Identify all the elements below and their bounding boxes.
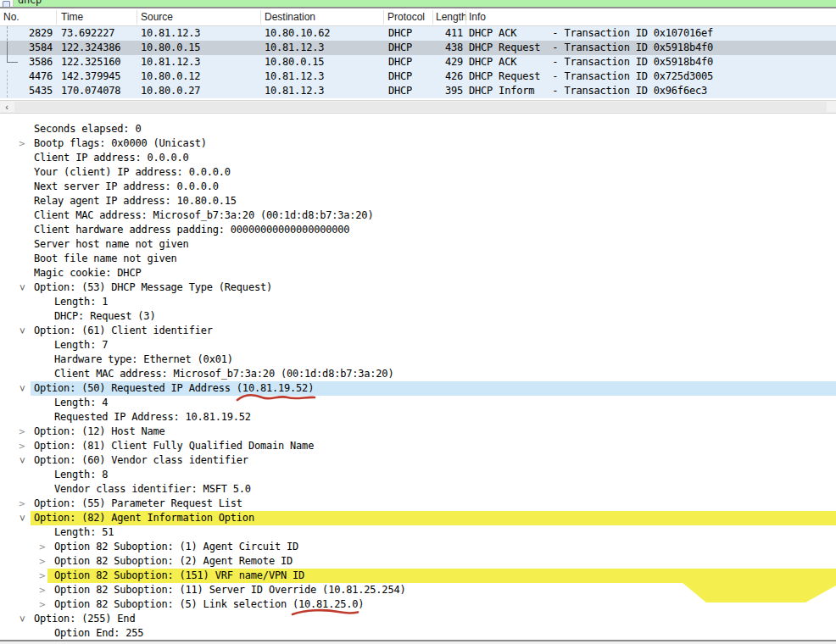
chevron-down-icon[interactable]: > (15, 326, 30, 336)
detail-row[interactable]: Client hardware address padding: 0000000… (0, 223, 836, 237)
detail-row[interactable]: Vendor class identifier: MSFT 5.0 (0, 482, 836, 497)
horizontal-scrollbar[interactable]: ‹ (0, 100, 836, 114)
detail-row-text: Option End: 255 (54, 626, 143, 640)
chevron-down-icon[interactable]: > (15, 456, 30, 466)
detail-row-text: Option 82 Suboption: (5) Link selection … (54, 597, 364, 612)
column-header-info[interactable]: Info (469, 8, 486, 25)
detail-row[interactable]: >Option: (50) Requested IP Address (10.8… (0, 381, 836, 396)
chevron-right-icon[interactable]: > (17, 425, 27, 439)
detail-row[interactable]: >Option: (12) Host Name (0, 425, 836, 439)
chevron-right-icon[interactable]: > (17, 136, 27, 151)
chevron-down-icon[interactable]: > (15, 614, 30, 625)
packet-cell-time: 122.325160 (61, 55, 137, 69)
packet-cell-no: 3586 (0, 55, 53, 69)
detail-row[interactable]: >Option 82 Suboption: (11) Server ID Ove… (0, 583, 836, 597)
packet-cell-source: 10.80.0.15 (141, 41, 259, 55)
detail-row-text: Length: 7 (54, 338, 108, 353)
packet-cell-no: 2829 (0, 26, 53, 41)
detail-row[interactable]: Client MAC address: Microsof_b7:3a:20 (0… (0, 208, 836, 223)
chevron-right-icon[interactable]: > (37, 569, 47, 583)
detail-row[interactable]: >Option: (60) Vendor class identifier (0, 453, 836, 468)
detail-row[interactable]: Your (client) IP address: 0.0.0.0 (0, 165, 836, 180)
detail-row[interactable]: >Option: (55) Parameter Request List (0, 497, 836, 511)
packet-row[interactable]: 3584122.32438610.80.0.1510.81.12.3DHCP43… (0, 41, 836, 55)
column-header-protocol[interactable]: Protocol (387, 8, 425, 25)
detail-row-text: Option: (53) DHCP Message Type (Request) (34, 280, 272, 295)
packet-cell-source: 10.80.0.27 (141, 84, 259, 98)
column-header-source[interactable]: Source (141, 8, 173, 25)
detail-row-text: Option 82 Suboption: (2) Agent Remote ID (54, 554, 293, 569)
packet-cell-length: 438 (431, 41, 463, 55)
detail-row[interactable]: >Option: (82) Agent Information Option (0, 511, 836, 525)
detail-row[interactable]: Hardware type: Ethernet (0x01) (0, 353, 836, 367)
detail-row[interactable]: Magic cookie: DHCP (0, 266, 836, 280)
packet-cell-info: DHCP ACK - Transaction ID 0x107016ef (469, 26, 836, 41)
chevron-right-icon[interactable]: > (17, 497, 27, 511)
column-header-length[interactable]: Length (436, 8, 467, 25)
column-separator (260, 10, 261, 25)
packet-cell-destination: 10.80.0.15 (265, 55, 383, 69)
detail-row-text: Relay agent IP address: 10.80.0.15 (34, 194, 237, 208)
detail-row-text: Option: (50) Requested IP Address (10.81… (34, 381, 314, 396)
detail-row[interactable]: >Option 82 Suboption: (5) Link selection… (0, 597, 836, 612)
detail-row[interactable]: Client IP address: 0.0.0.0 (0, 151, 836, 165)
packet-cell-length: 411 (431, 26, 463, 41)
chevron-right-icon[interactable]: > (17, 439, 27, 453)
scrollbar-thumb[interactable] (14, 102, 827, 112)
detail-row-text: Client MAC address: Microsof_b7:3a:20 (0… (54, 367, 393, 381)
packet-row[interactable]: 3586122.32516010.81.12.310.80.0.15DHCP42… (0, 55, 836, 69)
packet-cell-info: DHCP ACK - Transaction ID 0x5918b4f0 (469, 55, 836, 69)
chevron-right-icon[interactable]: > (37, 554, 47, 569)
detail-row[interactable]: Requested IP Address: 10.81.19.52 (0, 410, 836, 425)
chevron-down-icon[interactable]: > (15, 514, 30, 524)
chevron-right-icon[interactable]: > (37, 597, 47, 612)
chevron-right-icon[interactable]: > (37, 540, 47, 554)
detail-row[interactable]: Next server IP address: 0.0.0.0 (0, 180, 836, 194)
chevron-down-icon[interactable]: > (15, 283, 30, 293)
detail-row[interactable]: >Option 82 Suboption: (151) VRF name/VPN… (0, 569, 836, 583)
packet-cell-destination: 10.81.12.3 (265, 84, 383, 98)
chevron-right-icon[interactable]: > (37, 583, 47, 597)
chevron-down-icon[interactable]: > (15, 384, 30, 394)
detail-row-text: Option 82 Suboption: (11) Server ID Over… (54, 583, 405, 597)
filter-bookmark-button[interactable] (0, 0, 14, 7)
detail-row[interactable]: >Option 82 Suboption: (2) Agent Remote I… (0, 554, 836, 569)
detail-row-text: Bootp flags: 0x0000 (Unicast) (34, 136, 207, 151)
detail-row[interactable]: >Bootp flags: 0x0000 (Unicast) (0, 136, 836, 151)
detail-row[interactable]: >Option: (61) Client identifier (0, 324, 836, 338)
detail-row[interactable]: Relay agent IP address: 10.80.0.15 (0, 194, 836, 208)
detail-row[interactable]: Length: 4 (0, 396, 836, 410)
detail-row[interactable]: Length: 8 (0, 468, 836, 482)
detail-row[interactable]: Length: 7 (0, 338, 836, 353)
detail-row[interactable]: Option End: 255 (0, 626, 836, 640)
detail-row[interactable]: DHCP: Request (3) (0, 309, 836, 324)
detail-row-text: Option: (255) End (34, 612, 135, 626)
packet-cell-protocol: DHCP (388, 84, 429, 98)
detail-row[interactable]: Length: 1 (0, 295, 836, 309)
column-header-no[interactable]: No. (3, 8, 20, 25)
packet-cell-destination: 10.81.12.3 (265, 69, 383, 84)
column-header-time[interactable]: Time (61, 8, 83, 25)
detail-row[interactable]: >Option: (81) Client Fully Qualified Dom… (0, 439, 836, 453)
packet-cell-info: DHCP Request - Transaction ID 0x5918b4f0 (469, 41, 836, 55)
detail-row-text: Option 82 Suboption: (151) VRF name/VPN … (54, 569, 304, 583)
detail-row-text: Option: (61) Client identifier (34, 324, 213, 338)
detail-row[interactable]: >Option: (53) DHCP Message Type (Request… (0, 280, 836, 295)
packet-row[interactable]: 282973.69222710.81.12.310.80.10.62DHCP41… (0, 26, 836, 41)
packet-row[interactable]: 4476142.37994510.80.0.1210.81.12.3DHCP42… (0, 69, 836, 84)
detail-row[interactable]: >Option: (255) End (0, 612, 836, 626)
detail-row[interactable]: Client MAC address: Microsof_b7:3a:20 (0… (0, 367, 836, 381)
scroll-left-button[interactable]: ‹ (0, 101, 14, 113)
detail-row-text: Option: (55) Parameter Request List (34, 497, 242, 511)
column-header-destination[interactable]: Destination (265, 8, 315, 25)
detail-row-text: Your (client) IP address: 0.0.0.0 (34, 165, 231, 180)
detail-row[interactable]: Length: 51 (0, 525, 836, 540)
display-filter-input[interactable]: dhcp (14, 0, 836, 7)
packet-cell-protocol: DHCP (388, 69, 429, 84)
detail-row[interactable]: Seconds elapsed: 0 (0, 122, 836, 136)
detail-row[interactable]: Server host name not given (0, 237, 836, 252)
detail-row[interactable]: Boot file name not given (0, 252, 836, 266)
detail-row[interactable]: >Option 82 Suboption: (1) Agent Circuit … (0, 540, 836, 554)
detail-row-text: Option 82 Suboption: (1) Agent Circuit I… (54, 540, 298, 554)
packet-row[interactable]: 5435170.07407810.80.0.2710.81.12.3DHCP39… (0, 84, 836, 98)
